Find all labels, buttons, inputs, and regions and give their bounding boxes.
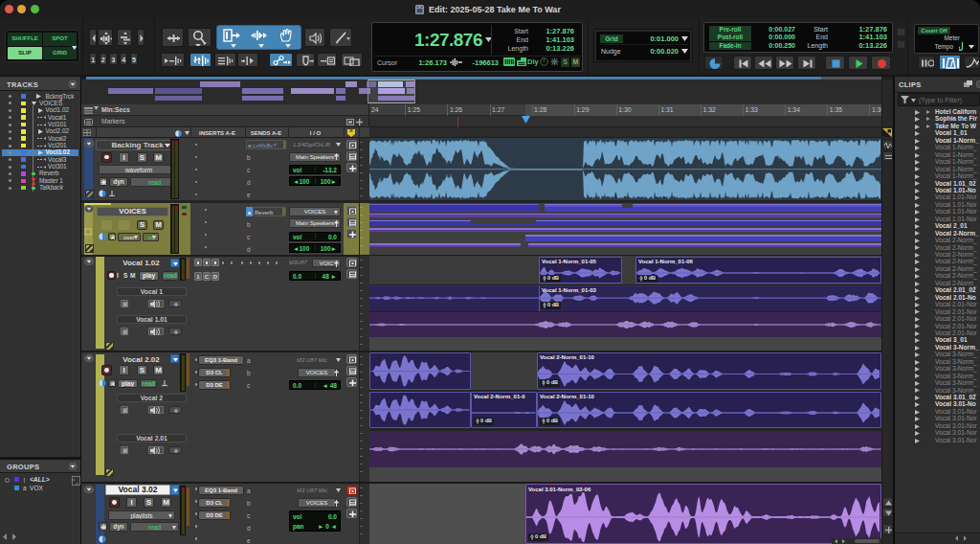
svg-text:z: z xyxy=(77,481,78,486)
